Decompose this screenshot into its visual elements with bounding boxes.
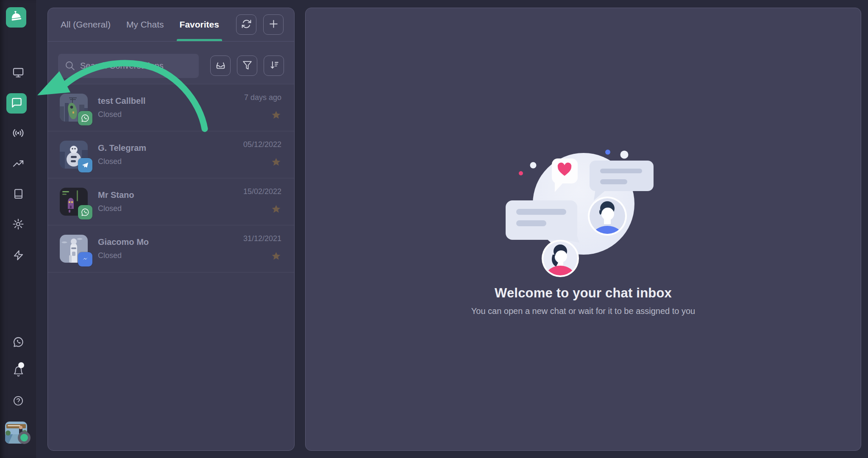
contact-avatar	[60, 94, 88, 122]
conversation-time: 15/02/2022	[243, 187, 281, 196]
help-icon	[13, 395, 24, 408]
search-toolbar	[48, 42, 294, 84]
sort-icon	[269, 60, 279, 72]
conversation-status: Closed	[98, 251, 243, 260]
refresh-icon	[241, 19, 252, 31]
book-icon	[13, 188, 24, 201]
sidebar-item-help[interactable]	[0, 394, 36, 409]
conversation-status: Closed	[98, 110, 244, 119]
search-input[interactable]	[58, 54, 199, 78]
conversations-panel: All (General) My Chats Favorites	[47, 8, 295, 451]
new-chat-button[interactable]	[263, 14, 284, 35]
sidebar-item-whatsapp[interactable]	[0, 335, 36, 350]
sidebar-item-integrations[interactable]	[0, 248, 36, 264]
whatsapp-channel-badge	[78, 205, 92, 219]
sidebar-item-dashboard[interactable]	[0, 66, 36, 81]
favorite-star-icon[interactable]	[271, 251, 281, 263]
conversations-header: All (General) My Chats Favorites	[48, 8, 294, 42]
contact-name: test Callbell	[98, 96, 244, 106]
favorite-star-icon[interactable]	[271, 110, 281, 122]
whatsapp-icon	[12, 336, 25, 350]
lightning-icon	[13, 250, 24, 263]
conversation-tabs: All (General) My Chats Favorites	[61, 8, 219, 41]
conversation-time: 31/12/2021	[243, 234, 281, 243]
telegram-channel-badge	[78, 158, 92, 172]
tab-all-general[interactable]: All (General)	[61, 8, 111, 41]
gear-icon	[12, 218, 24, 232]
conversation-time: 7 days ago	[244, 93, 281, 102]
tab-my-chats[interactable]: My Chats	[126, 8, 164, 41]
welcome-illustration	[496, 144, 671, 289]
messenger-channel-badge	[78, 252, 92, 266]
conversation-status: Closed	[98, 204, 243, 213]
contact-avatar	[60, 235, 88, 263]
welcome-title: Welcome to your chat inbox	[306, 286, 861, 301]
tab-favorites[interactable]: Favorites	[180, 8, 219, 41]
sidebar-item-broadcast[interactable]	[0, 126, 36, 142]
sidebar-item-analytics[interactable]	[0, 157, 36, 172]
contact-name: Mr Stano	[98, 190, 243, 200]
conversation-status: Closed	[98, 157, 243, 166]
sidebar-item-settings[interactable]	[0, 217, 36, 233]
favorite-star-icon[interactable]	[271, 157, 281, 169]
filter-button[interactable]	[237, 56, 257, 76]
bell-logo-icon	[9, 10, 23, 25]
sidebar	[0, 0, 36, 458]
user-status-online	[18, 431, 31, 444]
conversation-row[interactable]: G. Telegram Closed 05/12/2022	[48, 131, 294, 178]
conversation-time: 05/12/2022	[243, 140, 281, 149]
sidebar-item-knowledge-base[interactable]	[0, 187, 36, 202]
plus-icon	[268, 19, 279, 31]
chat-detail-panel: Welcome to your chat inbox You can open …	[305, 8, 861, 451]
favorite-star-icon[interactable]	[271, 204, 281, 216]
whatsapp-channel-badge	[78, 111, 92, 125]
broadcast-icon	[12, 127, 25, 141]
contact-avatar	[60, 141, 88, 169]
conversation-list: test Callbell Closed 7 days ago	[48, 84, 294, 450]
filter-funnel-icon	[242, 60, 253, 72]
notification-dot	[18, 362, 24, 368]
conversation-row[interactable]: test Callbell Closed 7 days ago	[48, 84, 294, 131]
inbox-tray-icon	[215, 60, 226, 72]
conversation-row[interactable]: Giacomo Mo Closed 31/12/2021	[48, 225, 294, 272]
chat-bubble-icon	[11, 97, 22, 110]
refresh-button[interactable]	[236, 14, 256, 35]
inbox-button[interactable]	[210, 56, 231, 76]
conversation-row[interactable]: Mr Stano Closed 15/02/2022	[48, 178, 294, 225]
callbell-logo[interactable]	[6, 7, 26, 28]
welcome-subtitle: You can open a new chat or wait for it t…	[306, 306, 861, 316]
contact-name: G. Telegram	[98, 143, 243, 153]
contact-avatar	[60, 188, 88, 216]
trending-up-icon	[12, 158, 24, 171]
sort-button[interactable]	[264, 56, 284, 76]
sidebar-item-chats[interactable]	[6, 93, 27, 114]
monitor-icon	[12, 67, 24, 80]
contact-name: Giacomo Mo	[98, 237, 243, 247]
